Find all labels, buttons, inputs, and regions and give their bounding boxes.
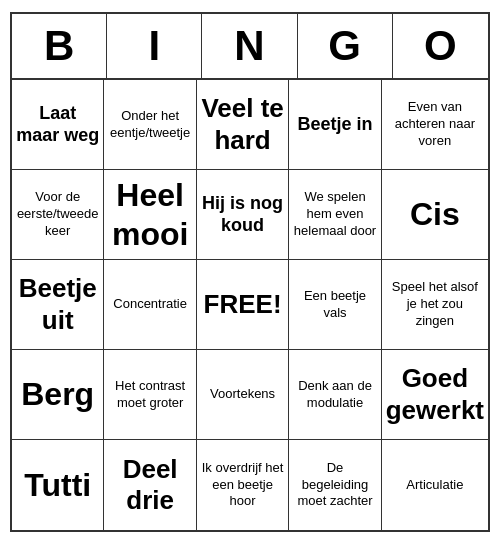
bingo-cell: Heel mooi [104,170,196,260]
cell-text: De begeleiding moet zachter [293,460,376,511]
cell-text: FREE! [204,289,282,320]
bingo-cell: We spelen hem even helemaal door [289,170,381,260]
cell-text: Tutti [24,466,91,504]
cell-text: Voortekens [210,386,275,403]
cell-text: Veel te hard [201,93,284,155]
cell-text: Hij is nog koud [201,193,284,236]
bingo-letter: N [202,14,297,78]
cell-text: Een beetje vals [293,288,376,322]
bingo-cell: Onder het eentje/tweetje [104,80,196,170]
cell-text: Laat maar weg [16,103,99,146]
cell-text: We spelen hem even helemaal door [293,189,376,240]
bingo-cell: Ik overdrijf het een beetje hoor [197,440,289,530]
bingo-cell: Een beetje vals [289,260,381,350]
bingo-grid: Laat maar wegOnder het eentje/tweetjeVee… [12,80,488,530]
bingo-cell: Laat maar weg [12,80,104,170]
cell-text: Beetje in [298,114,373,136]
cell-text: Concentratie [113,296,187,313]
cell-text: Heel mooi [108,176,191,253]
bingo-cell: Berg [12,350,104,440]
bingo-cell: Speel het alsof je het zou zingen [382,260,488,350]
bingo-cell: Voor de eerste/tweede keer [12,170,104,260]
bingo-cell: Even van achteren naar voren [382,80,488,170]
bingo-cell: Articulatie [382,440,488,530]
bingo-cell: Beetje uit [12,260,104,350]
bingo-header: BINGO [12,14,488,80]
bingo-cell: Voortekens [197,350,289,440]
bingo-cell: Concentratie [104,260,196,350]
cell-text: Speel het alsof je het zou zingen [386,279,484,330]
cell-text: Voor de eerste/tweede keer [16,189,99,240]
cell-text: Even van achteren naar voren [386,99,484,150]
cell-text: Ik overdrijf het een beetje hoor [201,460,284,511]
bingo-letter: O [393,14,488,78]
bingo-cell: Tutti [12,440,104,530]
bingo-card: BINGO Laat maar wegOnder het eentje/twee… [10,12,490,532]
bingo-letter: B [12,14,107,78]
bingo-cell: Goed gewerkt [382,350,488,440]
bingo-cell: Veel te hard [197,80,289,170]
bingo-letter: I [107,14,202,78]
cell-text: Articulatie [406,477,463,494]
bingo-letter: G [298,14,393,78]
bingo-cell: Deel drie [104,440,196,530]
cell-text: Het contrast moet groter [108,378,191,412]
bingo-cell: Cis [382,170,488,260]
cell-text: Berg [21,375,94,413]
bingo-cell: Het contrast moet groter [104,350,196,440]
cell-text: Deel drie [108,454,191,516]
cell-text: Denk aan de modulatie [293,378,376,412]
bingo-cell: Beetje in [289,80,381,170]
cell-text: Cis [410,195,460,233]
bingo-cell: Hij is nog koud [197,170,289,260]
bingo-cell: De begeleiding moet zachter [289,440,381,530]
bingo-cell: FREE! [197,260,289,350]
cell-text: Beetje uit [16,273,99,335]
bingo-cell: Denk aan de modulatie [289,350,381,440]
cell-text: Goed gewerkt [386,363,484,425]
cell-text: Onder het eentje/tweetje [108,108,191,142]
